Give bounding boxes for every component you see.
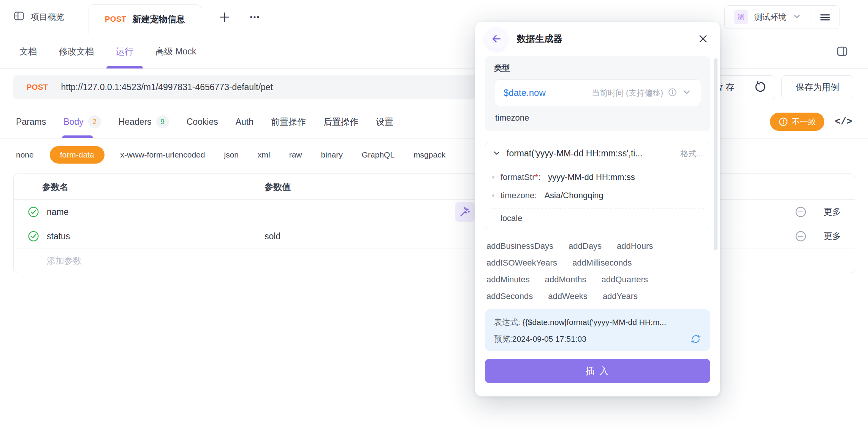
- row-more-button[interactable]: 更多: [824, 206, 841, 218]
- method-addMonths[interactable]: addMonths: [545, 275, 586, 285]
- refresh-preview-button[interactable]: [691, 334, 701, 344]
- method-addQuarters[interactable]: addQuarters: [602, 275, 648, 285]
- format-header[interactable]: format('yyyy-MM-dd HH:mm:ss',ti... 格式...: [485, 142, 710, 165]
- chevron-down-icon: [492, 148, 501, 159]
- add-param-row[interactable]: 添加参数: [14, 248, 855, 273]
- doc-nav: 文档 修改文档 运行 高级 Mock: [0, 34, 868, 69]
- bullet-icon: [492, 194, 494, 197]
- docnav-item-edit-docs[interactable]: 修改文档: [59, 34, 94, 68]
- tab-overview-label: 项目概览: [31, 11, 64, 23]
- tab-body-label: Body: [63, 117, 83, 127]
- back-button[interactable]: [486, 28, 507, 49]
- topbar: 项目概览 POST 新建宠物信息 测 测试环境: [0, 0, 868, 34]
- tab-request-active[interactable]: POST 新建宠物信息: [89, 4, 201, 34]
- code-view-toggle[interactable]: </>: [835, 116, 852, 127]
- row-enabled-checkbox[interactable]: [27, 206, 40, 218]
- request-tabs-right: 不一致 </>: [770, 113, 852, 131]
- format-param-row[interactable]: timezone: Asia/Chongqing: [492, 186, 703, 205]
- new-tab-button[interactable]: [219, 11, 231, 23]
- body-count-badge: 2: [88, 115, 101, 128]
- arrow-left-icon: [491, 33, 502, 45]
- tab-auth[interactable]: Auth: [236, 105, 253, 138]
- type-sub-item[interactable]: timezone: [494, 113, 701, 123]
- preview-label: 预览:: [494, 334, 512, 344]
- save-as-case-button[interactable]: 保存为用例: [781, 75, 853, 99]
- method-addSeconds[interactable]: addSeconds: [486, 291, 533, 301]
- inconsistent-label: 不一致: [792, 116, 816, 127]
- format-param-row[interactable]: formatStr*: yyyy-MM-dd HH:mm:ss: [492, 168, 703, 186]
- body-type-binary[interactable]: binary: [321, 150, 343, 159]
- body-type-raw[interactable]: raw: [289, 150, 302, 159]
- type-select-right: 当前时间 (支持偏移): [592, 87, 692, 99]
- row-enabled-checkbox[interactable]: [27, 230, 40, 242]
- tab-headers[interactable]: Headers 9: [119, 105, 169, 138]
- environment-pill: 测 测试环境: [724, 5, 839, 29]
- headers-count-badge: 9: [156, 115, 169, 128]
- method-addMilliseconds[interactable]: addMilliseconds: [572, 258, 632, 268]
- insert-button[interactable]: 插 入: [485, 359, 710, 383]
- magic-wand-button[interactable]: [455, 202, 475, 222]
- param-name-cell[interactable]: status: [47, 231, 70, 241]
- row-more-button[interactable]: 更多: [824, 230, 841, 242]
- method-row: addISOWeekYears addMilliseconds: [486, 255, 709, 271]
- method-addDays[interactable]: addDays: [569, 241, 602, 251]
- bullet-icon: [492, 176, 494, 178]
- close-button[interactable]: [697, 33, 709, 45]
- popup-scrollbar[interactable]: [714, 58, 718, 250]
- tab-settings[interactable]: 设置: [376, 105, 393, 138]
- type-section: 类型 $date.now 当前时间 (支持偏移) timezone: [485, 56, 710, 131]
- body-type-graphql[interactable]: GraphQL: [362, 150, 394, 159]
- body-type-none[interactable]: none: [16, 150, 34, 159]
- reset-button[interactable]: [745, 76, 775, 99]
- tab-pre-operations[interactable]: 前置操作: [271, 105, 306, 138]
- param-value[interactable]: yyyy-MM-dd HH:mm:ss: [548, 172, 635, 182]
- method-addYears[interactable]: addYears: [603, 291, 638, 301]
- body-type-msgpack[interactable]: msgpack: [413, 150, 445, 159]
- docnav-item-run[interactable]: 运行: [116, 34, 133, 68]
- body-type-form-data[interactable]: form-data: [50, 146, 105, 164]
- param-name-cell[interactable]: name: [47, 207, 69, 217]
- environment-menu-button[interactable]: [811, 11, 839, 23]
- environment-selector[interactable]: 测 测试环境: [725, 10, 811, 24]
- docnav-item-advanced-mock[interactable]: 高级 Mock: [155, 34, 196, 68]
- tab-more-button[interactable]: [248, 11, 261, 24]
- locale-item[interactable]: locale: [485, 208, 710, 230]
- type-value: $date.now: [504, 88, 546, 98]
- split-panel-toggle[interactable]: [836, 45, 849, 58]
- column-header-name: 参数名: [42, 181, 68, 193]
- type-select[interactable]: $date.now 当前时间 (支持偏移): [494, 80, 701, 106]
- tab-cookies[interactable]: Cookies: [187, 105, 218, 138]
- tab-post-operations[interactable]: 后置操作: [323, 105, 358, 138]
- method-addISOWeekYears[interactable]: addISOWeekYears: [486, 258, 557, 268]
- body-type-xml[interactable]: xml: [258, 150, 270, 159]
- method-addHours[interactable]: addHours: [617, 241, 653, 251]
- method-row: addSeconds addWeeks addYears: [486, 288, 709, 305]
- inconsistent-badge[interactable]: 不一致: [770, 113, 824, 131]
- url-row: POST http://127.0.0.1:4523/m1/4997831-46…: [0, 69, 868, 105]
- tab-request-title: 新建宠物信息: [132, 13, 185, 25]
- method-addWeeks[interactable]: addWeeks: [548, 291, 588, 301]
- body-type-json[interactable]: json: [224, 150, 239, 159]
- param-name: formatStr: [501, 172, 535, 182]
- method-row: addMinutes addMonths addQuarters: [486, 271, 709, 288]
- tab-params[interactable]: Params: [16, 105, 46, 138]
- type-label: 类型: [494, 63, 701, 73]
- remove-row-button[interactable]: [795, 230, 807, 242]
- environment-name: 测试环境: [754, 12, 786, 22]
- info-icon[interactable]: [668, 88, 677, 99]
- param-value-cell[interactable]: sold: [265, 231, 280, 241]
- method-addBusinessDays[interactable]: addBusinessDays: [486, 241, 553, 251]
- tab-method-badge: POST: [105, 15, 126, 24]
- param-name: timezone: [501, 191, 534, 200]
- url-text: http://127.0.0.1:4523/m1/4997831-4656773…: [61, 82, 273, 92]
- format-tag: 格式...: [680, 148, 703, 159]
- tab-project-overview[interactable]: 项目概览: [13, 10, 64, 24]
- format-params: formatStr*: yyyy-MM-dd HH:mm:ss timezone…: [485, 165, 710, 205]
- body-type-x-www-form-urlencoded[interactable]: x-www-form-urlencoded: [120, 150, 205, 159]
- remove-row-button[interactable]: [795, 206, 807, 218]
- method-addMinutes[interactable]: addMinutes: [486, 275, 530, 285]
- param-value[interactable]: Asia/Chongqing: [544, 191, 603, 200]
- docnav-item-docs[interactable]: 文档: [19, 34, 37, 68]
- tab-body[interactable]: Body 2: [63, 105, 101, 138]
- method-row: addBusinessDays addDays addHours: [486, 238, 709, 255]
